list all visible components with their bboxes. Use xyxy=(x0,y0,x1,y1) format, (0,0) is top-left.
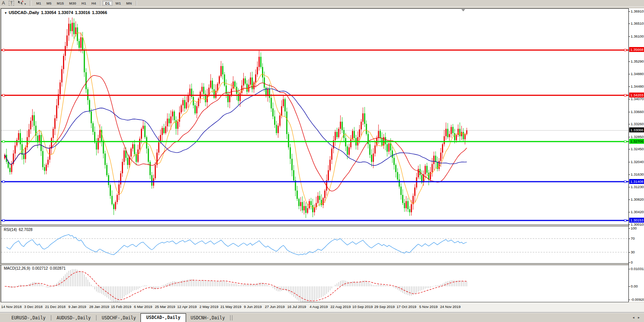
timeframe-button-group: M1M5M15M30H1H4D1W1MN xyxy=(33,1,138,6)
price-axis-label: 1.31230 xyxy=(629,185,644,189)
price-axis-label: 1.36910 xyxy=(629,9,644,14)
price-axis-label: 1.34070 xyxy=(629,97,644,101)
macd-axis-label: 0.010311 xyxy=(629,267,644,271)
rsi-axis-label: 30 xyxy=(629,250,635,254)
rsi-axis-label: 70 xyxy=(629,236,635,241)
macd-panel[interactable]: MACD(12,26,9)0.0027120.002871 xyxy=(1,265,629,302)
price-axis-label: 1.35290 xyxy=(629,59,644,64)
macd-axis-label: 0.00 xyxy=(629,284,638,289)
rsi-value: 62.7028 xyxy=(19,228,32,232)
price-axis-label: 1.30820 xyxy=(629,197,644,202)
timeframe-m15[interactable]: M15 xyxy=(55,1,66,6)
level-price-tag: 1.35668 xyxy=(629,47,644,52)
rsi-panel[interactable]: RSI(14)62.7028 xyxy=(1,226,629,263)
arrows-tool-icon xyxy=(18,0,24,5)
timeframe-m30[interactable]: M30 xyxy=(67,1,78,6)
line-handle[interactable] xyxy=(624,141,626,143)
level-price-tag: 1.31408 xyxy=(629,179,644,184)
line-handle[interactable] xyxy=(624,220,626,221)
date-label: 29 Sep 2019 xyxy=(374,305,395,309)
candlestick-plot[interactable] xyxy=(1,9,629,225)
rsi-plot xyxy=(1,226,629,263)
price-axis-label: 1.32450 xyxy=(629,147,644,151)
line-handle[interactable] xyxy=(624,49,626,51)
ohlc-high: 1.33074 xyxy=(58,10,73,15)
time-axis: 14 Nov 20183 Dec 201821 Dec 20189 Jan 20… xyxy=(0,302,644,312)
collapse-triangle-icon[interactable]: ▼ xyxy=(4,11,7,15)
date-label: 25 Mar 2019 xyxy=(155,305,175,309)
price-axis-label: 1.34880 xyxy=(629,72,644,76)
macd-plot xyxy=(1,265,629,302)
price-axis-label: 1.36100 xyxy=(629,34,644,39)
chart-title: ▼USDCAD-,Daily1.330541.330741.330161.330… xyxy=(4,10,109,15)
rsi-line xyxy=(6,234,467,255)
tab-usdcnh-daily[interactable]: USDCNH-,Daily xyxy=(186,314,229,322)
macd-signal-value: 0.002871 xyxy=(50,266,66,270)
rsi-axis-label: 0 xyxy=(629,260,633,265)
price-axis-label: 1.30420 xyxy=(629,210,644,214)
text-label-tool-button[interactable]: A xyxy=(0,0,7,6)
line-handle[interactable] xyxy=(624,181,626,183)
chart-tabs: EURUSD-,DailyAUDUSD-,DailyUSDCHF-,DailyU… xyxy=(7,314,233,322)
macd-label: MACD(12,26,9)0.0027120.002871 xyxy=(4,266,68,270)
date-label: 22 Aug 2019 xyxy=(330,305,350,309)
timeframe-w1[interactable]: W1 xyxy=(113,1,123,6)
date-label: 12 Apr 2019 xyxy=(177,305,197,309)
timeframe-d1[interactable]: D1 xyxy=(103,1,112,6)
date-label: 2 May 2019 xyxy=(199,305,218,309)
line-handle[interactable] xyxy=(3,220,5,221)
price-axis-label: 1.31630 xyxy=(629,172,644,177)
price-axis-label: 1.33660 xyxy=(629,110,644,114)
price-chart-panel[interactable]: ▼USDCAD-,Daily1.330541.330741.330161.330… xyxy=(1,8,629,225)
date-label: 24 Nov 2019 xyxy=(440,305,461,309)
timeframe-m5[interactable]: M5 xyxy=(44,1,54,6)
line-handle[interactable] xyxy=(624,94,626,96)
macd-main-value: 0.002712 xyxy=(32,266,48,270)
date-label: 6 Mar 2019 xyxy=(134,305,152,309)
date-label: 5 Nov 2019 xyxy=(419,305,438,309)
date-label: 9 Jun 2019 xyxy=(244,305,262,309)
timeframe-m1[interactable]: M1 xyxy=(34,1,43,6)
price-axis-label: 1.36510 xyxy=(629,21,644,26)
line-handle[interactable] xyxy=(3,141,5,143)
timeframe-mn[interactable]: MN xyxy=(124,1,134,6)
date-label: 10 Sep 2019 xyxy=(352,305,373,309)
chart-tab-bar: EURUSD-,DailyAUDUSD-,DailyUSDCHF-,DailyU… xyxy=(0,312,644,322)
tab-scroll-right-icon[interactable]: ▸ xyxy=(638,316,640,319)
rsi-label: RSI(14)62.7028 xyxy=(4,228,35,232)
tab-scroll-left-icon[interactable]: ◂ xyxy=(633,316,635,319)
level-price-tag: 1.30153 xyxy=(629,218,644,223)
arrows-tool-button[interactable]: ▾ xyxy=(16,0,28,6)
date-label: 16 Jul 2019 xyxy=(287,305,306,309)
date-label: 21 Dec 2018 xyxy=(45,305,66,309)
ohlc-low: 1.33016 xyxy=(75,10,90,15)
date-label: 9 Jan 2019 xyxy=(68,305,86,309)
tab-usdchf-daily[interactable]: USDCHF-,Daily xyxy=(97,314,140,322)
text-box-icon: T xyxy=(9,1,14,6)
toolbar-separator xyxy=(136,1,136,6)
line-handle[interactable] xyxy=(3,49,5,51)
rsi-axis-label: 100 xyxy=(629,226,637,231)
timeframe-h1[interactable]: H1 xyxy=(79,1,88,6)
ohlc-close: 1.33066 xyxy=(92,10,107,15)
date-label: 3 Dec 2018 xyxy=(24,305,43,309)
tab-usdcad-daily[interactable]: USDCAD-,Daily xyxy=(140,313,186,322)
text-box-tool-button[interactable]: T xyxy=(7,0,16,6)
tab-eurusd-daily[interactable]: EURUSD-,Daily xyxy=(7,314,50,322)
level-price-tag: 1.32706 xyxy=(629,139,644,144)
chart-shift-marker-icon[interactable] xyxy=(461,9,465,11)
ohlc-open: 1.33054 xyxy=(41,10,56,15)
level-price-tag: 1.34203 xyxy=(629,93,644,97)
tab-separator xyxy=(232,315,232,320)
date-label: 28 Jan 2019 xyxy=(89,305,109,309)
tab-separator xyxy=(96,315,96,320)
timeframe-h4[interactable]: H4 xyxy=(89,1,98,6)
chart-symbol-label: USDCAD-,Daily xyxy=(9,10,39,15)
price-axis-label: 1.32850 xyxy=(629,135,644,139)
toolbar: A T ▾ M1M5M15M30H1H4D1W1MN xyxy=(0,0,644,7)
trading-terminal-window: A T ▾ M1M5M15M30H1H4D1W1MN ▼USDCAD-,Dail… xyxy=(0,0,644,322)
line-handle[interactable] xyxy=(3,94,5,96)
tab-audusd-daily[interactable]: AUDUSD-,Daily xyxy=(52,314,95,322)
line-handle[interactable] xyxy=(3,181,5,183)
current-price-tag: 1.33066 xyxy=(629,127,644,132)
